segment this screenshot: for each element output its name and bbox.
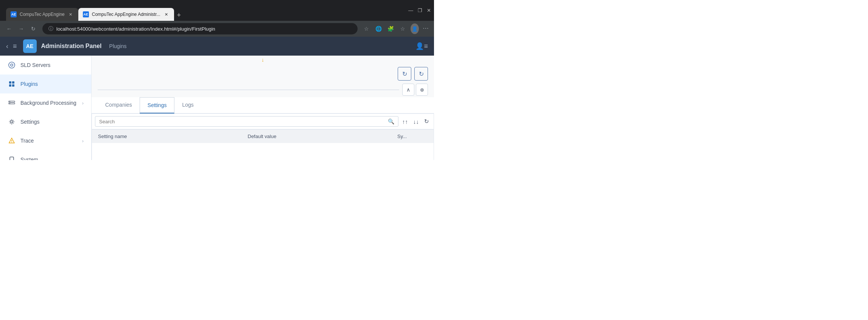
profile-avatar: 👤: [411, 23, 419, 34]
col-header-sy: Sy...: [397, 134, 428, 139]
earth-icon[interactable]: 🌐: [374, 25, 383, 33]
svg-point-0: [9, 62, 15, 68]
collapse-controls: ∧ ⊕: [402, 84, 428, 96]
info-icon: ⓘ: [48, 25, 53, 32]
system-icon: [8, 155, 16, 160]
sidebar-item-trace-label: Trace: [20, 138, 34, 144]
svg-point-8: [9, 101, 10, 102]
tab-2[interactable]: AE CompuTec AppEngine Administr... ✕: [78, 8, 174, 21]
search-table-wrapper: 🔍 ↑↑ ↓↓ ↻ Setting name Default value Sy.…: [92, 113, 434, 160]
table-refresh-icon[interactable]: ↻: [423, 117, 431, 126]
sidebar-item-background-processing[interactable]: Background Processing ›: [0, 93, 91, 112]
refresh-button-2[interactable]: ↻: [414, 67, 428, 81]
extension-icon[interactable]: 🧩: [386, 25, 395, 33]
arrow-indicator: ↓: [92, 56, 434, 64]
tabs-container: Companies Settings Logs: [92, 97, 434, 113]
close-button[interactable]: ✕: [427, 8, 431, 13]
tab-1[interactable]: AE CompuTec AppEngine ✕: [6, 8, 78, 21]
table-body: [92, 143, 434, 160]
sidebar-item-sld-servers[interactable]: SLD Servers: [0, 56, 91, 75]
sidebar-item-system[interactable]: System: [0, 150, 91, 160]
search-icon[interactable]: 🔍: [388, 118, 394, 124]
table-header: Setting name Default value Sy...: [92, 129, 434, 143]
star-icon[interactable]: ☆: [362, 25, 370, 33]
search-container: 🔍: [95, 116, 398, 127]
refresh-1-icon: ↻: [402, 70, 407, 78]
svg-rect-13: [10, 157, 14, 160]
pin-icon: ⊕: [420, 87, 424, 93]
app-shell: ‹ ≡ AE Administration Panel Plugins 👤≡ S…: [0, 37, 434, 160]
app-title: Administration Panel: [41, 43, 102, 50]
tab-companies[interactable]: Companies: [98, 97, 140, 113]
minimize-button[interactable]: —: [408, 8, 413, 13]
svg-rect-3: [12, 81, 14, 84]
col-header-setting-name: Setting name: [98, 134, 248, 139]
svg-point-12: [11, 142, 12, 143]
bg-processing-chevron: ›: [82, 100, 84, 106]
user-icon[interactable]: 👤≡: [415, 42, 428, 50]
sort-asc-icon[interactable]: ↑↑: [401, 117, 409, 126]
tab-1-favicon: AE: [11, 11, 17, 17]
tab-2-label: CompuTec AppEngine Administr...: [92, 12, 160, 17]
window-controls: — ❐ ✕: [408, 8, 431, 13]
refresh-2-icon: ↻: [419, 70, 424, 78]
back-button[interactable]: ←: [5, 24, 14, 33]
background-processing-icon: [8, 99, 16, 107]
content-area: ↓ ↻ ↻ ∧ ⊕: [92, 56, 434, 160]
search-input[interactable]: [99, 119, 386, 124]
tab-1-close[interactable]: ✕: [68, 11, 74, 17]
more-button[interactable]: ⋯: [423, 25, 429, 33]
svg-rect-5: [12, 84, 14, 87]
sidebar-item-system-label: System: [20, 157, 38, 160]
sort-desc-icon[interactable]: ↓↓: [412, 117, 420, 126]
sidebar-item-trace[interactable]: Trace ›: [0, 131, 91, 150]
collapse-up-icon: ∧: [406, 87, 410, 93]
app-logo: AE: [23, 39, 37, 53]
tab-settings[interactable]: Settings: [140, 97, 175, 113]
reload-button[interactable]: ↻: [29, 24, 38, 33]
hamburger-icon[interactable]: ≡: [13, 42, 17, 50]
content-toolbar: ↻ ↻: [92, 64, 434, 84]
bookmark-icon[interactable]: ☆: [398, 25, 407, 33]
maximize-button[interactable]: ❐: [418, 8, 422, 13]
tab-2-favicon: AE: [83, 11, 89, 17]
tab-1-label: CompuTec AppEngine: [20, 12, 65, 17]
svg-rect-4: [9, 84, 11, 87]
address-input[interactable]: ⓘ localhost:54000/webcontent/administrat…: [42, 23, 358, 34]
settings-icon: [8, 118, 16, 126]
trace-icon: [8, 137, 16, 145]
plugins-icon: [8, 80, 16, 88]
tab-logs[interactable]: Logs: [174, 97, 201, 113]
sld-servers-icon: [8, 61, 16, 69]
sidebar-item-settings-label: Settings: [20, 119, 40, 125]
svg-point-10: [11, 121, 13, 123]
address-bar: ← → ↻ ⓘ localhost:54000/webcontent/admin…: [0, 21, 434, 37]
svg-point-1: [11, 64, 13, 66]
pin-button[interactable]: ⊕: [416, 84, 428, 96]
svg-point-9: [9, 103, 10, 104]
divider-line: [98, 90, 399, 90]
top-bar: ‹ ≡ AE Administration Panel Plugins 👤≡: [0, 37, 434, 56]
collapse-up-button[interactable]: ∧: [402, 84, 414, 96]
divider-row: ∧ ⊕: [92, 84, 434, 97]
app-subtitle: Plugins: [109, 43, 127, 49]
sidebar-item-bg-label: Background Processing: [20, 100, 76, 106]
forward-button[interactable]: →: [17, 24, 26, 33]
sidebar-item-plugins[interactable]: Plugins: [0, 75, 91, 93]
sidebar-item-plugins-label: Plugins: [20, 81, 38, 87]
nav-buttons: ← → ↻: [5, 24, 38, 33]
new-tab-button[interactable]: +: [174, 10, 184, 21]
col-header-default-value: Default value: [248, 134, 398, 139]
browser-chrome: AE CompuTec AppEngine ✕ AE CompuTec AppE…: [0, 0, 434, 21]
address-text: localhost:54000/webcontent/administratio…: [56, 26, 215, 32]
back-nav-icon[interactable]: ‹: [6, 42, 8, 50]
address-icons: ☆ 🌐 🧩 ☆ 👤 ⋯: [362, 25, 429, 33]
tab-2-close[interactable]: ✕: [163, 11, 170, 17]
trace-chevron: ›: [82, 138, 84, 144]
search-row: 🔍 ↑↑ ↓↓ ↻: [92, 114, 434, 129]
refresh-button-1[interactable]: ↻: [398, 67, 411, 81]
svg-rect-2: [9, 81, 11, 84]
sidebar-item-sld-label: SLD Servers: [20, 62, 50, 68]
profile-icon-btn[interactable]: 👤: [411, 25, 419, 33]
sidebar-item-settings[interactable]: Settings: [0, 112, 91, 131]
